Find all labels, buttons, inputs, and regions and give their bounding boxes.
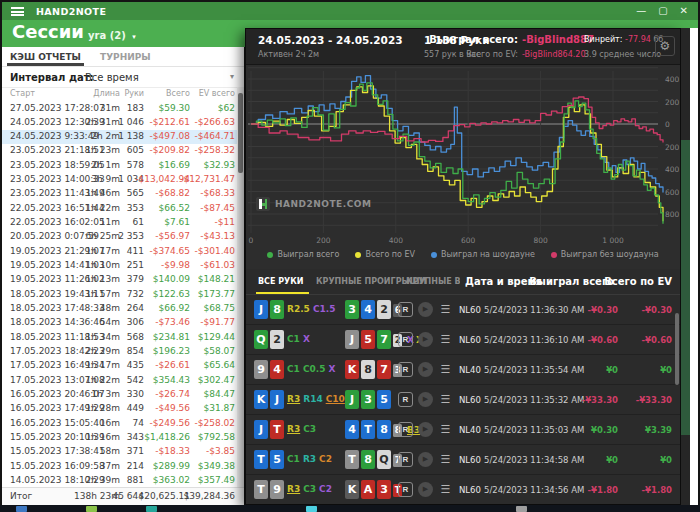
maximize-button[interactable]: ▢ <box>658 6 667 16</box>
session-row[interactable]: 27.05.2023 17:28:07 31m 183 $59.30 $62 <box>2 101 237 115</box>
session-row[interactable]: 16.05.2023 15:05:40 16m 74 -$249.56 -$25… <box>2 416 237 430</box>
play-icon[interactable]: ▶ <box>418 302 433 317</box>
replay-button[interactable]: R <box>398 392 413 407</box>
hand-row[interactable]: 94 C1C0.5X K873 R ▶ ☰ NL40 5/24/2023 11:… <box>246 355 680 385</box>
scrollbar[interactable] <box>237 87 244 487</box>
replay-button[interactable]: R <box>398 422 413 437</box>
hand-row[interactable]: Q2 C1X J572XX R ▶ ☰ NL60 5/24/2023 11:36… <box>246 325 680 355</box>
session-ev: -$12,731.47 <box>180 174 235 184</box>
notes-icon[interactable]: ☰ <box>438 422 453 437</box>
session-row[interactable]: 24.05.2023 12:30:39 2h 31m 1 046 -$212.6… <box>2 115 237 129</box>
session-row[interactable]: 17.05.2023 13:07:08 1h 22m 542 $354.43 $… <box>2 373 237 387</box>
session-hands: 435 <box>127 360 144 370</box>
session-row[interactable]: 14.05.2023 18:10:29 2h 39m 881 $363.02 $… <box>2 474 237 488</box>
play-icon[interactable]: ▶ <box>418 332 433 347</box>
user-selector[interactable]: yra (2) ▾ <box>88 30 136 41</box>
session-ev: $173.77 <box>198 289 235 299</box>
col-total[interactable]: Всего <box>166 89 190 98</box>
play-icon[interactable]: ▶ <box>418 422 433 437</box>
replay-button[interactable]: R <box>398 332 413 347</box>
session-row[interactable]: 18.05.2023 19:43:11 1h 57m 732 $122.63 $… <box>2 287 237 301</box>
session-ev: -$11 <box>215 217 235 227</box>
col-ev-total[interactable]: Всего по EV <box>604 276 672 287</box>
hand-row[interactable]: J8 R2.5C1.5 3426 R ▶ ☰ NL60 5/24/2023 11… <box>246 295 680 325</box>
replay-button[interactable]: R <box>398 302 413 317</box>
session-row[interactable]: 22.05.2023 16:51:44 1h 22m 353 $66.52 -$… <box>2 201 237 215</box>
taskbar-app-icon[interactable] <box>146 506 157 512</box>
minimize-button[interactable]: — <box>636 6 646 16</box>
col-hands[interactable]: Руки <box>124 89 144 98</box>
play-icon[interactable]: ▶ <box>418 482 433 497</box>
play-icon[interactable]: ▶ <box>418 362 433 377</box>
session-row[interactable]: 19.05.2023 14:41:03 1h 10m 251 -$9.98 -$… <box>2 259 237 273</box>
hand-row[interactable]: JT R3C3 4T88B3 R ▶ ☰ NL40 5/24/2023 11:3… <box>246 415 680 445</box>
taskbar-app-icon[interactable] <box>516 506 527 512</box>
gear-icon[interactable]: ⚙ <box>655 36 675 56</box>
session-length: 1h 22m <box>85 203 120 213</box>
session-row[interactable]: 19.05.2023 21:29:07 1h 17m 411 -$374.65 … <box>2 244 237 258</box>
col-ev[interactable]: EV всего <box>199 89 235 98</box>
session-row[interactable]: 15.05.2023 20:10:39 1h 16m 343 $1,418.26… <box>2 431 237 445</box>
taskbar[interactable] <box>0 505 700 512</box>
session-total: $234.81 <box>153 332 190 342</box>
notes-icon[interactable]: ☰ <box>438 482 453 497</box>
taskbar-app-icon[interactable] <box>86 506 97 512</box>
hand-row[interactable]: T9 R3C3C2 KA3T R ▶ ☰ NL60 5/24/2023 11:3… <box>246 475 680 503</box>
session-row[interactable]: 16.05.2023 17:49:29 1h 28m 449 -$49.56 $… <box>2 402 237 416</box>
play-icon[interactable]: ▶ <box>418 392 433 407</box>
notes-icon[interactable]: ☰ <box>438 452 453 467</box>
replay-button[interactable]: R <box>398 362 413 377</box>
hand-won: ¥0.30 <box>591 425 618 435</box>
chevron-down-icon[interactable]: ▾ <box>230 72 234 81</box>
session-row[interactable]: 23.05.2023 21:18:51 1h 23m 605 -$209.82 … <box>2 144 237 158</box>
session-row[interactable]: 23.05.2023 11:43:49 1h 46m 565 -$68.82 -… <box>2 187 237 201</box>
card-K: K <box>254 390 268 409</box>
session-row[interactable]: 15.05.2023 17:38:41 58m 371 -$18.33 -$3.… <box>2 445 237 459</box>
hand-row[interactable]: KJ R3R14C10 J35 R ▶ ☰ NL60 5/24/2023 11:… <box>246 385 680 415</box>
session-length: 1h 17m <box>85 360 120 370</box>
session-row[interactable]: 20.05.2023 0:07:59 6h 25m 2 353 -$56.97 … <box>2 230 237 244</box>
session-row[interactable]: 18.05.2023 11:18:53 1h 34m 568 $234.81 $… <box>2 330 237 344</box>
close-button[interactable]: ✕ <box>680 6 688 16</box>
tab-cash-reports[interactable]: КЭШ ОТЧЕТЫ <box>10 52 81 62</box>
session-row[interactable]: 23.05.2023 18:59:05 2h 1m 578 $16.69 $32… <box>2 158 237 172</box>
menu-icon[interactable] <box>11 7 24 16</box>
notes-icon[interactable]: ☰ <box>438 362 453 377</box>
session-row[interactable]: 17.05.2023 18:42:23 2h 29m 854 $196.23 $… <box>2 345 237 359</box>
session-row[interactable]: 16.05.2023 20:46:07 1h 3m 330 -$26.74 $8… <box>2 388 237 402</box>
col-length[interactable]: Длина <box>93 89 120 98</box>
hand-list-scrollbar-thumb[interactable] <box>675 313 679 385</box>
date-filter-select[interactable]: Все время <box>85 72 139 83</box>
session-row[interactable]: 17.05.2023 16:49:34 1h 17m 435 -$26.61 $… <box>2 359 237 373</box>
taskbar-app-icon[interactable] <box>16 506 27 512</box>
replay-button[interactable]: R <box>398 482 413 497</box>
scrollbar-thumb[interactable] <box>238 93 243 173</box>
session-ev: $129.44 <box>198 332 235 342</box>
hand-datetime: 5/24/2023 11:35:32 AM <box>484 395 584 405</box>
session-row[interactable]: 24.05.2023 9:33:49 2h 2m 1 138 -$497.08 … <box>2 130 237 144</box>
replay-button[interactable]: R <box>398 452 413 467</box>
session-row[interactable]: 18.05.2023 14:36:46 54m 306 -$73.46 -$91… <box>2 316 237 330</box>
session-row[interactable]: 23.05.2023 14:00:33 3h 9m 1 034 -$13,042… <box>2 173 237 187</box>
session-row[interactable]: 18.05.2023 17:48:33 48m 264 $66.92 $68.7… <box>2 302 237 316</box>
session-row[interactable]: 19.05.2023 11:26:02 1h 13m 379 $140.09 $… <box>2 273 237 287</box>
col-start[interactable]: Старт <box>10 89 35 98</box>
hand-ev: ¥3.39 <box>645 425 672 435</box>
tab-all-hands[interactable]: ВСЕ РУКИ <box>258 277 303 286</box>
notes-icon[interactable]: ☰ <box>438 302 453 317</box>
notes-icon[interactable]: ☰ <box>438 332 453 347</box>
card-5: 5 <box>377 390 391 409</box>
play-icon[interactable]: ▶ <box>418 452 433 467</box>
col-won[interactable]: Выиграл всего <box>529 276 614 287</box>
session-row[interactable]: 15.05.2023 16:09:58 37m 214 $289.99 $349… <box>2 459 237 473</box>
taskbar-app-icon[interactable] <box>306 506 317 512</box>
notes-icon[interactable]: ☰ <box>438 392 453 407</box>
app-title: HAND2NOTE <box>36 6 106 17</box>
session-row[interactable]: 22.05.2023 16:02:05 11m 61 $7.61 -$11 <box>2 216 237 230</box>
card-T: T <box>361 420 375 439</box>
session-total: -$209.82 <box>150 145 190 155</box>
session-hands: 371 <box>127 446 144 456</box>
session-hands: 343 <box>127 432 144 442</box>
tab-tournaments[interactable]: ТУРНИРЫ <box>100 52 151 62</box>
hand-row[interactable]: T5 C1R3C2 T8Q7 R ▶ ☰ NL60 5/24/2023 11:3… <box>246 445 680 475</box>
